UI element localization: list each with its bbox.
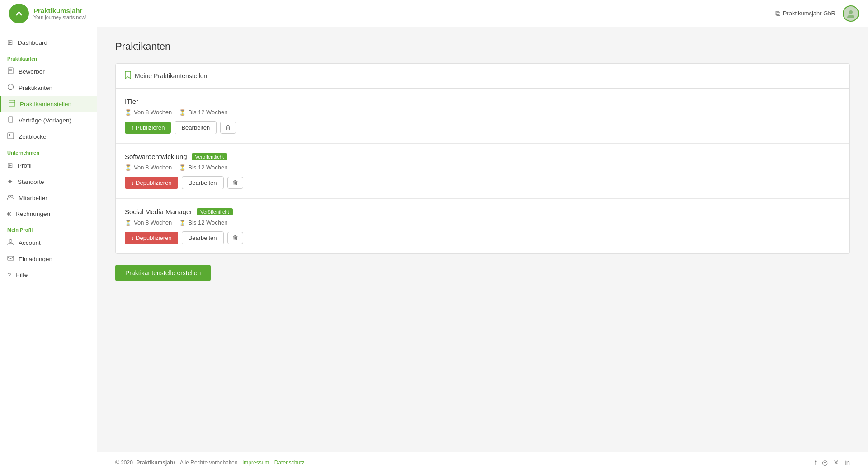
- sidebar-label-vertraege: Verträge (Vorlagen): [19, 117, 71, 124]
- svg-point-13: [9, 240, 12, 243]
- logo-area: Praktikumsjahr Your journey starts now!: [9, 4, 87, 23]
- sidebar-item-account[interactable]: Account: [0, 234, 97, 251]
- dashboard-icon: ⊞: [7, 38, 13, 47]
- header-right: ⧉ Praktikumsjahr GbR: [775, 5, 859, 22]
- svg-rect-8: [9, 117, 13, 122]
- layout: ⊞ Dashboard Praktikanten Bewerber Prakti…: [0, 27, 868, 473]
- sidebar-label-mitarbeiter: Mitarbeiter: [19, 195, 47, 201]
- sidebar-item-zeitblocker[interactable]: Zeitblocker: [0, 128, 97, 145]
- jobs-card: Meine Praktikantenstellen ITler ⏳ Von 8 …: [115, 63, 850, 254]
- page-title: Praktikanten: [115, 41, 850, 52]
- logo-text: Praktikumsjahr Your journey starts now!: [33, 7, 87, 20]
- card-header: Meine Praktikantenstellen: [116, 64, 849, 89]
- svg-rect-9: [8, 133, 14, 139]
- job-actions-softwareentwicklung: ↓ Depublizieren Bearbeiten: [125, 176, 840, 189]
- hourglass-icon-3: ⏳: [125, 164, 132, 171]
- job-item-softwareentwicklung: Softwareentwicklung Veröffentlicht ⏳ Von…: [116, 144, 849, 199]
- sidebar-label-zeitblocker: Zeitblocker: [19, 133, 48, 140]
- sidebar-item-mitarbeiter[interactable]: Mitarbeiter: [0, 190, 97, 206]
- hourglass-icon-4: ⏳: [179, 164, 186, 171]
- svg-point-0: [13, 8, 25, 19]
- job-actions-itler: ↑ Publizieren Bearbeiten: [125, 121, 840, 134]
- footer-left: © 2020 Praktikumsjahr . Alle Rechte vorb…: [115, 459, 304, 466]
- depublish-button-social-media-manager[interactable]: ↓ Depublizieren: [125, 232, 178, 244]
- sidebar-label-account: Account: [19, 239, 41, 246]
- svg-rect-10: [9, 134, 10, 136]
- depublish-button-softwareentwicklung[interactable]: ↓ Depublizieren: [125, 177, 178, 189]
- footer-impressum-link[interactable]: Impressum: [241, 459, 269, 466]
- xing-icon[interactable]: ✕: [833, 459, 839, 467]
- create-btn-area: Praktikantenstelle erstellen: [115, 265, 850, 281]
- job-von-softwareentwicklung: ⏳ Von 8 Wochen: [125, 164, 172, 171]
- card-header-label: Meine Praktikantenstellen: [135, 72, 207, 80]
- svg-point-12: [11, 195, 13, 197]
- job-actions-social-media-manager: ↓ Depublizieren Bearbeiten: [125, 231, 840, 244]
- sidebar: ⊞ Dashboard Praktikanten Bewerber Prakti…: [0, 27, 97, 473]
- footer: © 2020 Praktikumsjahr . Alle Rechte vorb…: [97, 452, 868, 473]
- sidebar-item-bewerber[interactable]: Bewerber: [0, 63, 97, 80]
- job-title-row-itler: ITler: [125, 98, 840, 105]
- sidebar-label-dashboard: Dashboard: [18, 39, 47, 46]
- job-meta-itler: ⏳ Von 8 Wochen ⏳ Bis 12 Wochen: [125, 109, 840, 116]
- sidebar-label-standorte: Standorte: [18, 178, 44, 185]
- section-praktikanten: Praktikanten: [0, 51, 97, 63]
- profil-icon: ⊞: [7, 161, 13, 169]
- svg-rect-6: [9, 100, 15, 106]
- hourglass-icon-6: ⏳: [179, 220, 186, 226]
- job-meta-social-media-manager: ⏳ Von 8 Wochen ⏳ Bis 12 Wochen: [125, 219, 840, 226]
- svg-rect-14: [8, 256, 14, 260]
- bookmark-icon: [125, 71, 131, 81]
- sidebar-item-hilfe[interactable]: ? Hilfe: [0, 267, 97, 283]
- instagram-icon[interactable]: ◎: [822, 459, 828, 467]
- footer-socials: f ◎ ✕ in: [815, 459, 850, 467]
- delete-button-softwareentwicklung[interactable]: [227, 177, 243, 189]
- job-item-social-media-manager: Social Media Manager Veröffentlicht ⏳ Vo…: [116, 199, 849, 253]
- sidebar-item-vertraege[interactable]: Verträge (Vorlagen): [0, 112, 97, 128]
- create-praktikantenstelle-button[interactable]: Praktikantenstelle erstellen: [115, 265, 211, 281]
- sidebar-item-rechnungen[interactable]: € Rechnungen: [0, 206, 97, 222]
- sidebar-item-profil[interactable]: ⊞ Profil: [0, 157, 97, 173]
- sidebar-item-dashboard[interactable]: ⊞ Dashboard: [0, 34, 97, 51]
- copy-icon: ⧉: [775, 9, 780, 18]
- sidebar-item-praktikanten[interactable]: Praktikanten: [0, 80, 97, 96]
- logo-title: Praktikumsjahr: [33, 7, 87, 14]
- praktikantenstellen-icon: [9, 100, 15, 108]
- sidebar-label-einladungen: Einladungen: [19, 256, 52, 262]
- vertraege-icon: [7, 116, 14, 124]
- hourglass-icon-2: ⏳: [179, 109, 186, 116]
- edit-button-softwareentwicklung[interactable]: Bearbeiten: [182, 176, 224, 189]
- sidebar-item-einladungen[interactable]: Einladungen: [0, 251, 97, 267]
- job-bis-itler: ⏳ Bis 12 Wochen: [179, 109, 227, 116]
- avatar[interactable]: [843, 5, 859, 22]
- edit-button-itler[interactable]: Bearbeiten: [175, 121, 217, 134]
- hilfe-icon: ?: [7, 271, 11, 279]
- main-content: Praktikanten Meine Praktikantenstellen I…: [97, 27, 868, 452]
- job-title-social-media-manager: Social Media Manager: [125, 208, 192, 215]
- section-mein-profil: Mein Profil: [0, 222, 97, 234]
- footer-datenschutz-link[interactable]: Datenschutz: [274, 459, 305, 466]
- job-bis-social-media-manager: ⏳ Bis 12 Wochen: [179, 219, 227, 226]
- sidebar-label-hilfe: Hilfe: [15, 272, 28, 278]
- job-title-row-social-media-manager: Social Media Manager Veröffentlicht: [125, 208, 840, 215]
- bewerber-icon: [7, 67, 14, 75]
- job-item-itler: ITler ⏳ Von 8 Wochen ⏳ Bis 12 Wochen: [116, 89, 849, 144]
- facebook-icon[interactable]: f: [815, 459, 816, 467]
- delete-button-itler[interactable]: [220, 122, 236, 134]
- sidebar-label-praktikanten: Praktikanten: [19, 84, 52, 91]
- job-von-social-media-manager: ⏳ Von 8 Wochen: [125, 219, 172, 226]
- svg-point-1: [849, 10, 853, 14]
- sidebar-item-praktikantenstellen[interactable]: Praktikantenstellen: [0, 96, 97, 112]
- linkedin-icon[interactable]: in: [844, 459, 850, 467]
- publish-button-itler[interactable]: ↑ Publizieren: [125, 122, 171, 134]
- sidebar-label-bewerber: Bewerber: [19, 68, 45, 75]
- sidebar-item-standorte[interactable]: ✦ Standorte: [0, 173, 97, 190]
- account-icon: [7, 239, 14, 247]
- job-meta-softwareentwicklung: ⏳ Von 8 Wochen ⏳ Bis 12 Wochen: [125, 164, 840, 171]
- edit-button-social-media-manager[interactable]: Bearbeiten: [182, 231, 224, 244]
- delete-button-social-media-manager[interactable]: [227, 232, 243, 244]
- einladungen-icon: [7, 255, 14, 263]
- badge-social-media-manager: Veröffentlicht: [197, 208, 232, 215]
- logo-subtitle: Your journey starts now!: [33, 14, 87, 20]
- standorte-icon: ✦: [7, 178, 13, 186]
- footer-rights: . Alle Rechte vorbehalten.: [177, 459, 239, 466]
